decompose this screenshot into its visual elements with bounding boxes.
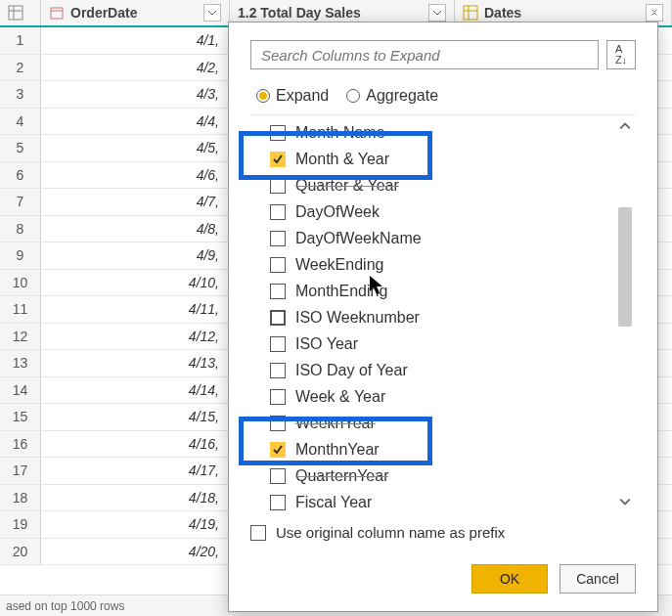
prefix-checkbox[interactable]: [250, 525, 266, 541]
table-icon: [463, 5, 478, 21]
row-number-cell[interactable]: 4: [0, 109, 41, 135]
orderdate-cell[interactable]: 4/14,: [41, 377, 230, 404]
column-dropdown-icon[interactable]: [428, 4, 446, 22]
checkbox[interactable]: [270, 363, 286, 378]
column-checkbox-item[interactable]: QuarternYear: [270, 462, 612, 489]
radio-dot-icon: [256, 89, 270, 103]
row-number-cell[interactable]: 15: [0, 404, 41, 430]
orderdate-cell[interactable]: 4/7,: [41, 189, 230, 215]
row-number-cell[interactable]: 8: [0, 216, 41, 242]
svg-rect-5: [464, 6, 477, 20]
orderdate-cell[interactable]: 4/12,: [41, 324, 230, 350]
row-number-cell[interactable]: 19: [0, 511, 41, 538]
row-number-cell[interactable]: 11: [0, 296, 41, 323]
orderdate-cell[interactable]: 4/9,: [41, 242, 230, 269]
sort-button[interactable]: AZ↓: [606, 40, 636, 69]
column-checkbox-item[interactable]: Quarter & Year: [270, 172, 612, 198]
orderdate-cell[interactable]: 4/11,: [41, 296, 230, 323]
checkbox[interactable]: [270, 231, 286, 246]
expand-column-icon[interactable]: [646, 4, 663, 22]
checkbox[interactable]: [270, 336, 286, 352]
checkbox[interactable]: [270, 204, 286, 220]
orderdate-cell[interactable]: 4/1,: [41, 27, 230, 54]
cancel-button[interactable]: Cancel: [560, 564, 636, 594]
column-checkbox-item[interactable]: Month Name: [270, 119, 612, 146]
checkbox-label: ISO Weeknumber: [295, 309, 420, 327]
orderdate-cell[interactable]: 4/8,: [41, 216, 230, 242]
column-checkbox-item[interactable]: MonthnYear: [270, 436, 612, 462]
row-number-cell[interactable]: 2: [0, 55, 41, 81]
scrollbar[interactable]: [616, 117, 634, 510]
column-checkbox-item[interactable]: ISO Day of Year: [270, 357, 612, 383]
row-number-cell[interactable]: 14: [0, 377, 41, 404]
column-checkbox-item[interactable]: ISO Year: [270, 330, 612, 357]
orderdate-cell[interactable]: 4/17,: [41, 458, 230, 484]
svg-rect-3: [51, 8, 63, 19]
radio-dot-icon: [346, 89, 360, 103]
column-checkbox-item[interactable]: Month & Year: [270, 146, 612, 172]
orderdate-cell[interactable]: 4/13,: [41, 350, 230, 376]
orderdate-cell[interactable]: 4/4,: [41, 109, 230, 135]
orderdate-cell[interactable]: 4/16,: [41, 431, 230, 458]
checkbox[interactable]: [270, 389, 286, 405]
column-checkbox-item[interactable]: DayOfWeek: [270, 198, 612, 225]
search-input[interactable]: [250, 40, 599, 69]
checkbox[interactable]: [270, 178, 286, 194]
column-checkbox-item[interactable]: WeekEnding: [270, 251, 612, 278]
orderdate-cell[interactable]: 4/2,: [41, 55, 230, 81]
orderdate-cell[interactable]: 4/18,: [41, 485, 230, 511]
orderdate-cell[interactable]: 4/3,: [41, 81, 230, 108]
checkbox-label: ISO Year: [295, 335, 358, 353]
checkbox[interactable]: [270, 284, 286, 299]
scrollbar-thumb[interactable]: [618, 207, 632, 327]
sort-icon: AZ↓: [615, 44, 627, 66]
column-checkbox-item[interactable]: WeeknYear: [270, 410, 612, 436]
column-dropdown-icon[interactable]: [203, 4, 221, 22]
column-checkbox-item[interactable]: DayOfWeekName: [270, 225, 612, 251]
ok-button[interactable]: OK: [471, 564, 548, 594]
orderdate-cell[interactable]: 4/19,: [41, 511, 230, 538]
checkbox-label: MonthEnding: [295, 283, 387, 300]
orderdate-cell[interactable]: 4/20,: [41, 539, 230, 565]
row-number-header[interactable]: [0, 0, 41, 25]
row-number-cell[interactable]: 1: [0, 27, 41, 54]
checkbox[interactable]: [270, 495, 286, 510]
column-checkbox-item[interactable]: Week & Year: [270, 383, 612, 410]
orderdate-cell[interactable]: 4/10,: [41, 270, 230, 296]
checkbox-label: Fiscal Year: [295, 494, 372, 511]
checkbox[interactable]: [270, 468, 286, 484]
orderdate-cell[interactable]: 4/6,: [41, 162, 230, 189]
row-number-cell[interactable]: 9: [0, 242, 41, 269]
row-number-cell[interactable]: 17: [0, 458, 41, 484]
row-number-cell[interactable]: 13: [0, 350, 41, 376]
checkbox[interactable]: [270, 257, 286, 273]
checkbox-label: ISO Day of Year: [295, 362, 408, 379]
radio-aggregate[interactable]: Aggregate: [346, 87, 438, 105]
radio-expand[interactable]: Expand: [256, 87, 329, 105]
column-checkbox-item[interactable]: MonthEnding: [270, 278, 612, 304]
checkbox-label: WeekEnding: [295, 256, 383, 274]
row-number-cell[interactable]: 6: [0, 162, 41, 189]
row-number-cell[interactable]: 12: [0, 324, 41, 350]
column-checkbox-item[interactable]: ISO Weeknumber: [270, 304, 612, 330]
calendar-icon: [49, 5, 65, 21]
row-number-cell[interactable]: 20: [0, 539, 41, 565]
row-number-cell[interactable]: 16: [0, 431, 41, 458]
row-number-cell[interactable]: 5: [0, 135, 41, 161]
column-list: Month NameMonth & YearQuarter & YearDayO…: [250, 114, 636, 512]
orderdate-cell[interactable]: 4/15,: [41, 404, 230, 430]
checkbox[interactable]: [270, 442, 286, 458]
scroll-up-icon[interactable]: [616, 117, 634, 135]
row-number-cell[interactable]: 3: [0, 81, 41, 108]
checkbox[interactable]: [270, 125, 286, 141]
row-number-cell[interactable]: 18: [0, 485, 41, 511]
row-number-cell[interactable]: 7: [0, 189, 41, 215]
column-checkbox-item[interactable]: Fiscal Year: [270, 489, 612, 512]
checkbox[interactable]: [270, 152, 286, 167]
row-number-cell[interactable]: 10: [0, 270, 41, 296]
scroll-down-icon[interactable]: [616, 493, 634, 510]
orderdate-cell[interactable]: 4/5,: [41, 135, 230, 161]
checkbox[interactable]: [270, 310, 286, 326]
column-header-orderdate[interactable]: OrderDate: [41, 0, 230, 25]
checkbox[interactable]: [270, 416, 286, 431]
